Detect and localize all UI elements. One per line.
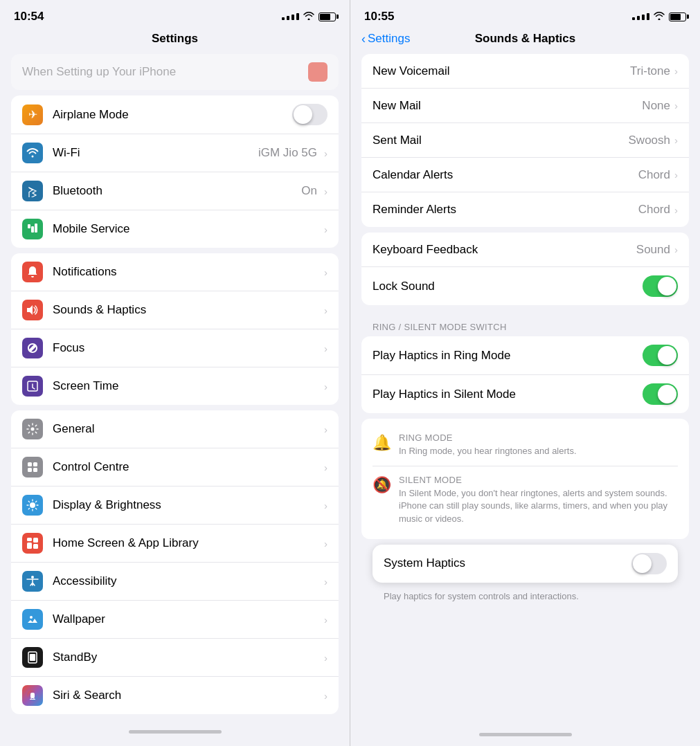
focus-row[interactable]: Focus › <box>11 329 339 367</box>
battery-icon <box>318 12 336 21</box>
screentime-label: Screen Time <box>53 379 321 393</box>
svg-point-16 <box>30 616 33 619</box>
voicemail-row[interactable]: New Voicemail Tri-tone › <box>361 54 689 89</box>
accessibility-row[interactable]: Accessibility › <box>11 563 339 601</box>
wifi-label: Wi-Fi <box>53 146 258 160</box>
ring-haptics-row[interactable]: Play Haptics in Ring Mode <box>361 336 689 375</box>
airplane-row[interactable]: ✈ Airplane Mode <box>11 95 339 134</box>
svg-rect-0 <box>28 224 30 228</box>
screentime-row[interactable]: Screen Time › <box>11 367 339 405</box>
ring-mode-title: RING MODE <box>399 433 577 443</box>
ring-haptics-toggle[interactable] <box>643 345 678 366</box>
svg-rect-12 <box>33 538 38 543</box>
network-section: ✈ Airplane Mode Wi-Fi iGM Jio 5G › <box>11 95 339 248</box>
wallpaper-chevron-icon: › <box>324 614 327 626</box>
general-icon <box>22 419 43 439</box>
standby-chevron-icon: › <box>324 652 327 664</box>
left-panel: 10:54 Settings Wh <box>0 0 350 746</box>
focus-chevron-icon: › <box>324 343 327 354</box>
svg-point-5 <box>31 428 35 431</box>
general-row[interactable]: General › <box>11 410 339 448</box>
haptics-toggles-section: Play Haptics in Ring Mode Play Haptics i… <box>361 336 689 413</box>
svg-rect-1 <box>31 226 34 233</box>
siri-chevron-icon: › <box>324 690 327 702</box>
airplane-label: Airplane Mode <box>53 108 292 122</box>
mode-descriptions-section: 🔔 RING MODE In Ring mode, you hear ringt… <box>361 419 689 539</box>
feedback-section: Keyboard Feedback Sound › Lock Sound <box>361 233 689 305</box>
right-page-title: Sounds & Haptics <box>475 32 575 46</box>
homescreen-chevron-icon: › <box>324 538 327 549</box>
silent-mode-icon: 🔕 <box>373 476 391 494</box>
right-time: 10:55 <box>364 10 394 24</box>
control-row[interactable]: Control Centre › <box>11 448 339 486</box>
silent-haptics-toggle[interactable] <box>643 383 678 405</box>
sounds-row[interactable]: Sounds & Haptics › <box>11 291 339 329</box>
control-label: Control Centre <box>53 460 321 474</box>
display-label: Display & Brightness <box>53 498 321 512</box>
control-chevron-icon: › <box>324 462 327 473</box>
back-button[interactable]: ‹ Settings <box>361 32 410 46</box>
accessibility-icon <box>22 571 43 592</box>
top-overflow-area: When Setting up Your iPhone <box>0 54 350 90</box>
keyboard-label: Keyboard Feedback <box>373 243 636 257</box>
wifi-row[interactable]: Wi-Fi iGM Jio 5G › <box>11 134 339 172</box>
bluetooth-label: Bluetooth <box>53 184 301 198</box>
calendar-label: Calendar Alerts <box>373 168 638 182</box>
reminder-row[interactable]: Reminder Alerts Chord › <box>361 192 689 227</box>
left-status-bar: 10:54 <box>0 0 350 29</box>
svg-rect-13 <box>33 544 38 549</box>
back-label: Settings <box>368 32 410 46</box>
calendar-value: Chord <box>638 168 670 182</box>
standby-row[interactable]: StandBy › <box>11 639 339 677</box>
keyboard-chevron-icon: › <box>674 244 678 255</box>
mobile-label: Mobile Service <box>53 222 321 236</box>
lock-row[interactable]: Lock Sound <box>361 267 689 305</box>
overflow-badge <box>308 62 327 82</box>
reminder-value: Chord <box>638 203 670 217</box>
wallpaper-row[interactable]: Wallpaper › <box>11 601 339 639</box>
homescreen-row[interactable]: Home Screen & App Library › <box>11 525 339 563</box>
siri-row[interactable]: Siri & Search › <box>11 677 339 714</box>
right-status-icons <box>632 12 686 22</box>
bluetooth-chevron-icon: › <box>324 185 327 197</box>
silent-haptics-row[interactable]: Play Haptics in Silent Mode <box>361 375 689 413</box>
airplane-toggle[interactable] <box>292 104 327 125</box>
sentmail-row[interactable]: Sent Mail Swoosh › <box>361 123 689 158</box>
display-icon <box>22 495 43 516</box>
left-nav-header: Settings <box>0 29 350 54</box>
standby-icon <box>22 647 43 668</box>
calendar-row[interactable]: Calendar Alerts Chord › <box>361 158 689 192</box>
left-status-icons <box>282 12 336 22</box>
notifications-icon <box>22 262 43 282</box>
reminder-label: Reminder Alerts <box>373 203 638 217</box>
alert-tones-section: New Voicemail Tri-tone › New Mail None ›… <box>361 54 689 227</box>
newmail-label: New Mail <box>373 99 642 113</box>
bluetooth-row[interactable]: Bluetooth On › <box>11 172 339 210</box>
right-nav-header: ‹ Settings Sounds & Haptics <box>350 29 700 54</box>
mobile-row[interactable]: Mobile Service › <box>11 210 339 248</box>
siri-icon <box>22 685 43 706</box>
svg-rect-14 <box>27 538 32 541</box>
screentime-icon <box>22 376 43 397</box>
newmail-row[interactable]: New Mail None › <box>361 89 689 123</box>
general-chevron-icon: › <box>324 424 327 435</box>
display-row[interactable]: Display & Brightness › <box>11 486 339 525</box>
right-panel: 10:55 ‹ Settings <box>350 0 700 746</box>
system-haptics-toggle[interactable] <box>631 553 667 574</box>
focus-label: Focus <box>53 341 321 355</box>
right-signal-icon <box>632 13 649 20</box>
sentmail-value: Swoosh <box>629 134 670 147</box>
homescreen-icon <box>22 533 43 554</box>
lock-toggle[interactable] <box>643 275 678 297</box>
silent-mode-desc: In Silent Mode, you don't hear ringtones… <box>399 487 678 525</box>
notifications-row[interactable]: Notifications › <box>11 253 339 291</box>
notifications-label: Notifications <box>53 265 321 279</box>
ring-haptics-label: Play Haptics in Ring Mode <box>373 349 643 363</box>
left-home-indicator <box>0 720 350 743</box>
wifi-value: iGM Jio 5G <box>258 146 317 160</box>
display-chevron-icon: › <box>324 500 327 511</box>
right-status-bar: 10:55 <box>350 0 700 29</box>
voicemail-chevron-icon: › <box>674 65 678 77</box>
calendar-chevron-icon: › <box>674 169 678 181</box>
keyboard-row[interactable]: Keyboard Feedback Sound › <box>361 233 689 267</box>
